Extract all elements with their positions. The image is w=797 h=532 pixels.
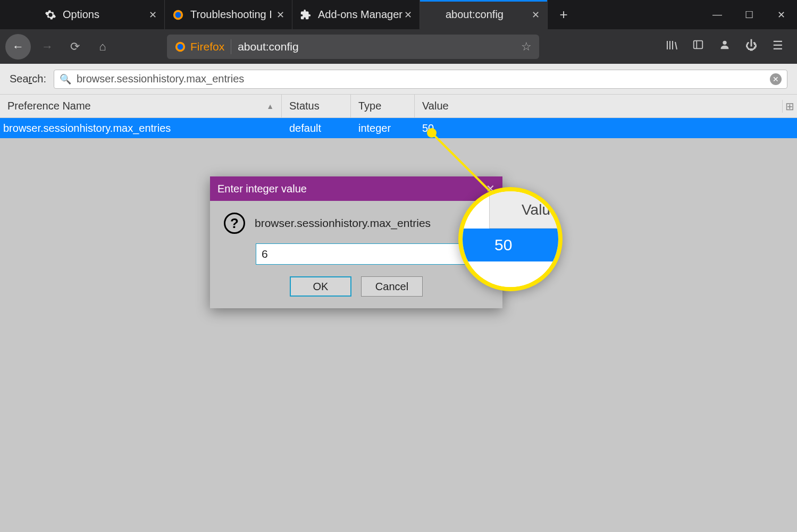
blank-icon: [427, 9, 439, 21]
dialog-title: Enter integer value: [217, 183, 307, 195]
reload-button[interactable]: ⟳: [64, 36, 86, 58]
column-picker-icon[interactable]: ⊞: [782, 100, 797, 113]
svg-point-3: [178, 44, 183, 49]
cell-value: 50: [415, 122, 797, 134]
library-icon[interactable]: [663, 39, 680, 55]
minimize-button[interactable]: —: [701, 0, 733, 29]
cell-name: browser.sessionhistory.max_entries: [0, 122, 282, 134]
magnifier-value: 50: [463, 229, 558, 261]
col-type[interactable]: Type: [351, 95, 415, 117]
svg-point-1: [175, 12, 181, 18]
clear-search-icon[interactable]: ✕: [770, 73, 782, 85]
tab-strip: Options ✕ Troubleshooting I ✕ Add-ons Ma…: [0, 0, 797, 29]
close-window-button[interactable]: ✕: [765, 0, 797, 29]
search-label: Search:: [10, 73, 46, 85]
tab-label: Options: [63, 9, 99, 21]
tab-troubleshooting[interactable]: Troubleshooting I ✕: [165, 0, 292, 29]
close-icon[interactable]: ✕: [276, 9, 284, 21]
bookmark-star-icon[interactable]: ☆: [521, 40, 532, 54]
tab-addons[interactable]: Add-ons Manager ✕: [292, 0, 420, 29]
pref-row-selected[interactable]: browser.sessionhistory.max_entries defau…: [0, 118, 797, 138]
question-icon: ?: [224, 213, 245, 234]
pref-table-header: Preference Name ▲ Status Type Value ⊞: [0, 95, 797, 118]
new-tab-button[interactable]: +: [548, 0, 580, 29]
sidebar-icon[interactable]: [690, 39, 707, 55]
url-bar[interactable]: Firefox about:config ☆: [167, 35, 539, 59]
puzzle-icon: [300, 9, 312, 21]
col-value[interactable]: Value: [415, 95, 782, 117]
tab-options[interactable]: Options ✕: [37, 0, 165, 29]
callout-dot: [427, 128, 437, 138]
magnifier-callout: Value 50: [458, 187, 563, 291]
cell-status: default: [282, 122, 351, 134]
dialog-titlebar[interactable]: Enter integer value ✕: [210, 176, 502, 201]
firefox-icon: [172, 9, 184, 21]
dialog-body: ? browser.sessionhistory.max_entries OK …: [210, 201, 502, 308]
tab-aboutconfig[interactable]: about:config ✕: [420, 0, 548, 29]
magnifier-header: Value: [489, 191, 558, 229]
account-icon[interactable]: [716, 39, 733, 55]
url-text: about:config: [238, 40, 298, 53]
menu-icon[interactable]: ☰: [769, 39, 786, 55]
search-value: browser.sessionhistory.max_entries: [77, 73, 244, 85]
forward-button[interactable]: →: [36, 36, 58, 58]
ok-button[interactable]: OK: [290, 276, 351, 297]
home-button[interactable]: ⌂: [91, 36, 114, 58]
identity-box[interactable]: Firefox: [174, 40, 224, 53]
separator: [231, 39, 231, 54]
window-controls: — ☐ ✕: [701, 0, 797, 29]
close-icon[interactable]: ✕: [404, 9, 412, 21]
cell-type: integer: [351, 122, 415, 134]
col-preference-name[interactable]: Preference Name ▲: [0, 95, 282, 117]
svg-point-5: [723, 40, 726, 44]
back-button[interactable]: ←: [5, 34, 31, 60]
search-input[interactable]: 🔍 browser.sessionhistory.max_entries ✕: [54, 70, 787, 89]
tab-label: Add-ons Manager: [318, 9, 402, 21]
tab-label: Troubleshooting I: [190, 9, 272, 21]
gear-icon: [45, 9, 56, 21]
close-icon[interactable]: ✕: [532, 9, 540, 21]
tab-label: about:config: [446, 9, 504, 21]
maximize-button[interactable]: ☐: [733, 0, 765, 29]
dialog-pref-name: browser.sessionhistory.max_entries: [255, 217, 431, 230]
cancel-button[interactable]: Cancel: [361, 276, 423, 297]
search-icon: 🔍: [60, 73, 71, 85]
power-icon[interactable]: ⏻: [743, 39, 760, 55]
value-input[interactable]: [256, 243, 489, 265]
svg-rect-4: [694, 40, 703, 48]
toolbar-right: ⏻ ☰: [663, 39, 786, 55]
config-search-row: Search: 🔍 browser.sessionhistory.max_ent…: [0, 64, 797, 95]
close-icon[interactable]: ✕: [149, 9, 157, 21]
col-status[interactable]: Status: [282, 95, 351, 117]
sort-asc-icon: ▲: [266, 102, 274, 111]
nav-toolbar: ← → ⟳ ⌂ Firefox about:config ☆ ⏻ ☰: [0, 29, 797, 64]
